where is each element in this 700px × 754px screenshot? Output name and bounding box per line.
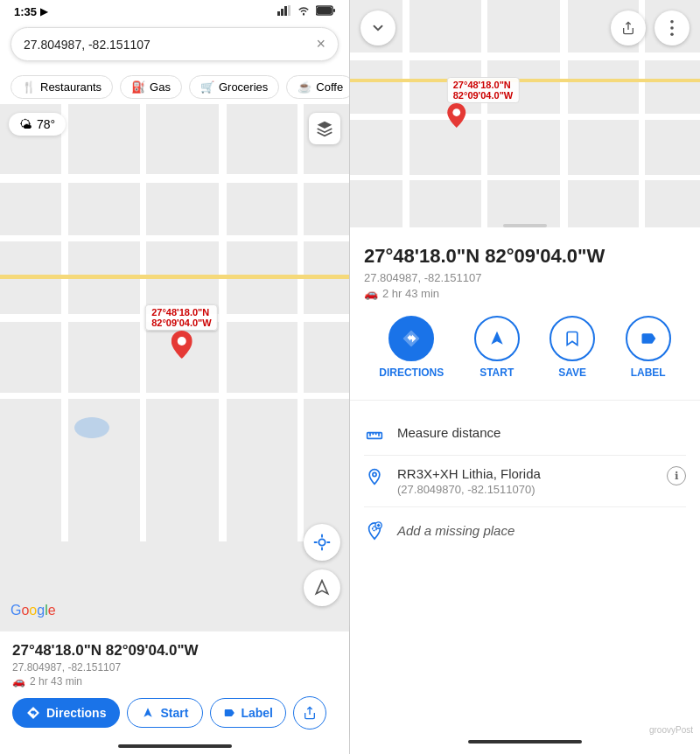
wifi-icon [297,5,311,18]
right-pin-icon [447,103,466,128]
right-top-buttons [350,10,700,45]
svg-rect-16 [0,275,349,279]
action-save[interactable]: SAVE [550,316,595,379]
action-start[interactable]: START [474,316,520,379]
svg-point-30 [670,26,674,30]
label-action-label: LABEL [631,367,666,379]
search-bar: 27.804987, -82.151107 × [0,22,349,70]
measure-distance-content: Measure distance [397,425,686,440]
svg-rect-0 [277,11,280,16]
add-place-content: Add a missing place [397,523,686,538]
detail-divider-1 [350,400,700,401]
bs-actions-row: Directions Start Label [12,696,337,730]
map-roads-svg [0,104,349,631]
share-map-button[interactable] [611,10,646,45]
weather-icon: 🌤 [19,117,32,131]
svg-point-31 [670,32,674,36]
detail-coord-sub: 27.804987, -82.151107 [364,271,686,284]
home-indicator-left [0,738,349,754]
gas-icon: ⛽ [131,80,145,94]
svg-rect-33 [368,433,382,439]
groovypost-credit: groovyPost [649,725,693,735]
add-place-icon [364,521,385,541]
right-map-divider [503,224,547,227]
save-action-label: SAVE [558,367,586,379]
right-pin-label: 27°48'18.0"N 82°09'04.0"W [447,77,520,103]
bs-drive-time: 🚗 2 hr 43 min [12,675,337,688]
location-pin-icon [364,468,385,485]
category-chip-gas[interactable]: ⛽ Gas [120,75,182,99]
groceries-icon: 🛒 [200,80,214,94]
svg-point-32 [452,109,460,117]
svg-rect-6 [317,7,332,14]
action-directions[interactable]: DIRECTIONS [379,316,444,379]
search-value: 27.804987, -82.151107 [24,38,316,52]
category-chip-groceries[interactable]: 🛒 Groceries [189,75,279,99]
svg-point-29 [670,20,674,24]
category-row: 🍴 Restaurants ⛽ Gas 🛒 Groceries ☕ Coffe [0,70,349,104]
svg-rect-3 [288,5,290,16]
home-bar-left [118,744,232,748]
add-missing-place-item[interactable]: Add a missing place [364,507,686,553]
bs-coord-main: 27°48'18.0"N 82°09'04.0"W [12,642,337,660]
svg-rect-11 [0,393,349,399]
time-display: 1:35 [14,5,37,18]
info-button[interactable]: ℹ [667,466,686,485]
ruler-icon [364,427,385,444]
more-options-button[interactable] [654,10,690,45]
location-arrow-icon: ▶ [40,6,47,17]
map-background: 🌤 78° 27°48'18.0"N 82°09'04.0"W [0,104,349,631]
svg-rect-2 [284,6,287,16]
bottom-sheet-left: 27°48'18.0"N 82°09'04.0"W 27.804987, -82… [0,631,349,738]
collapse-button[interactable] [360,10,396,45]
svg-rect-1 [281,9,284,16]
signal-icon [277,5,291,18]
focus-button[interactable] [304,524,340,561]
start-button[interactable]: Start [127,698,203,728]
svg-rect-15 [298,104,304,541]
action-icons-row: DIRECTIONS START SAVE [364,316,686,379]
right-top-right-buttons [611,10,690,45]
category-chip-coffee[interactable]: ☕ Coffe [286,75,349,99]
search-input-container[interactable]: 27.804987, -82.151107 × [10,27,339,61]
pin-icon-left [171,331,192,359]
svg-rect-8 [0,174,349,183]
measure-distance-item[interactable]: Measure distance [364,415,686,456]
action-label[interactable]: LABEL [626,316,671,379]
svg-point-38 [373,472,376,476]
svg-point-19 [318,539,325,545]
layers-button[interactable] [309,113,340,144]
svg-rect-28 [350,79,700,82]
svg-point-17 [74,417,109,438]
label-button[interactable]: Label [210,698,286,728]
clear-button[interactable]: × [316,35,326,53]
svg-rect-12 [61,104,68,541]
gas-label: Gas [150,80,171,94]
left-panel: 1:35 ▶ [0,0,350,754]
weather-temp: 78° [37,117,55,131]
google-logo: Google [10,603,56,618]
plus-code-item[interactable]: RR3X+XH Lithia, Florida (27.8049870, -82… [364,456,686,507]
svg-point-18 [177,337,186,346]
svg-point-4 [303,13,304,15]
detail-panel: 27°48'18.0"N 82°09'04.0"W 27.804987, -82… [350,227,700,730]
directions-button[interactable]: Directions [12,698,120,728]
save-circle [550,316,595,361]
map-area[interactable]: 🌤 78° 27°48'18.0"N 82°09'04.0"W [0,104,349,631]
measure-distance-title: Measure distance [397,425,686,440]
home-indicator-right [350,730,700,754]
detail-car-icon: 🚗 [364,287,378,300]
car-icon: 🚗 [12,675,25,688]
navigation-button[interactable] [304,569,340,606]
start-action-label: START [480,367,514,379]
right-map-area[interactable]: 27°48'18.0"N 82°09'04.0"W [350,0,700,227]
pin-label-left: 27°48'18.0"N 82°09'04.0"W [145,304,218,331]
groceries-label: Groceries [219,80,268,94]
status-bar: 1:35 ▶ [0,0,349,22]
share-button[interactable] [293,696,326,730]
battery-icon [316,5,335,18]
label-circle [626,316,671,361]
category-chip-restaurants[interactable]: 🍴 Restaurants [10,75,113,99]
bs-coord-sub: 27.804987, -82.151107 [12,661,337,674]
plus-code-sub: (27.8049870, -82.1511070) [397,483,654,496]
